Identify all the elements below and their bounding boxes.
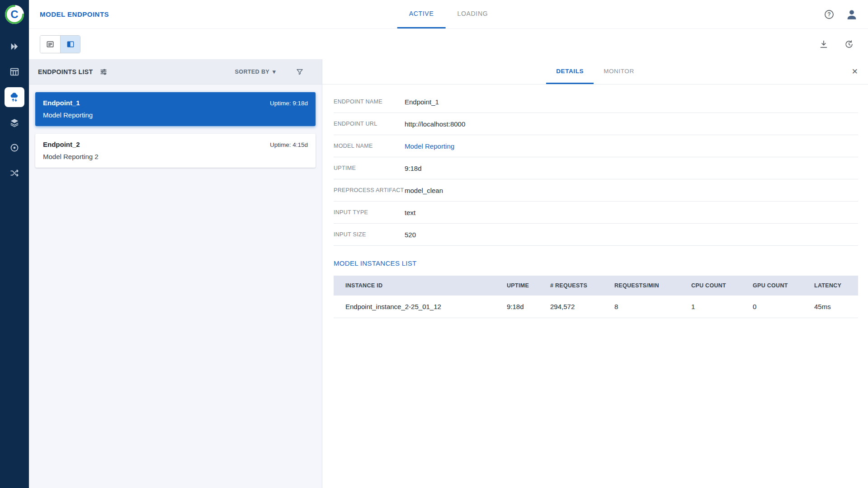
endpoint-model: Model Reporting 2 [43, 153, 308, 160]
help-icon: ? [824, 9, 835, 20]
cell-gpu-count: 0 [741, 296, 802, 318]
cell-cpu-count: 1 [679, 296, 741, 318]
download-button[interactable] [816, 37, 831, 52]
download-icon [819, 39, 829, 49]
details-panel: DETAILS MONITOR ✕ ENDPOINT NAME Endpoint… [322, 59, 868, 488]
main-area: MODEL ENDPOINTS ACTIVE LOADING ? [29, 0, 868, 488]
cell-requests-min: 8 [603, 296, 679, 318]
header-tabs: ACTIVE LOADING [397, 0, 500, 28]
cell-instance-id: Endpoint_instance_2-25_01_12 [334, 296, 495, 318]
field-label: ENDPOINT URL [334, 121, 405, 127]
layers-icon [9, 117, 19, 127]
cloud-endpoints-icon [9, 92, 20, 103]
field-value: 9:18d [405, 164, 858, 172]
toolbar-actions [816, 37, 856, 52]
model-name-link[interactable]: Model Reporting [405, 142, 858, 150]
field-row-uptime: UPTIME 9:18d [334, 157, 858, 179]
sidebar: C [0, 0, 29, 488]
field-value: 520 [405, 231, 858, 239]
sidebar-nav [0, 34, 29, 186]
app-logo[interactable]: C [5, 5, 24, 24]
sidebar-item-flows[interactable] [0, 160, 29, 186]
tab-details[interactable]: DETAILS [546, 59, 594, 84]
logo-icon: C [5, 5, 24, 24]
disc-icon [9, 143, 19, 153]
fast-forward-icon [9, 42, 19, 52]
col-cpu-count: CPU COUNT [679, 276, 741, 296]
field-row-model-name: MODEL NAME Model Reporting [334, 135, 858, 157]
page-title: MODEL ENDPOINTS [40, 10, 109, 18]
tab-monitor[interactable]: MONITOR [594, 59, 644, 84]
sidebar-item-projects[interactable] [0, 59, 29, 84]
list-view-icon [46, 40, 55, 49]
endpoints-list-header: ENDPOINTS LIST SORTED BY ▾ [29, 59, 322, 84]
field-label: MODEL NAME [334, 143, 405, 149]
field-value: model_clean [405, 187, 858, 194]
close-icon: ✕ [852, 67, 858, 76]
close-details-button[interactable]: ✕ [852, 59, 858, 84]
field-label: ENDPOINT NAME [334, 99, 405, 105]
sidebar-item-runs[interactable] [0, 34, 29, 59]
svg-text:?: ? [827, 11, 830, 18]
selected-nav-highlight [5, 87, 24, 107]
sidebar-item-model-endpoints[interactable] [0, 84, 29, 110]
field-value: text [405, 209, 858, 216]
view-mode-toggle [40, 35, 80, 53]
shuffle-icon [9, 168, 19, 178]
top-bar: MODEL ENDPOINTS ACTIVE LOADING ? [29, 0, 868, 29]
instances-header-row: INSTANCE ID UPTIME # REQUESTS REQUESTS/M… [334, 276, 858, 296]
endpoint-card-2[interactable]: Endpoint_2 Uptime: 4:15d Model Reporting… [35, 134, 316, 168]
history-icon [844, 39, 854, 49]
field-label: INPUT SIZE [334, 231, 405, 238]
split-view-icon [66, 40, 75, 49]
endpoints-list: Endpoint_1 Uptime: 9:18d Model Reporting… [29, 84, 322, 175]
sidebar-item-layers[interactable] [0, 110, 29, 135]
field-row-endpoint-name: ENDPOINT NAME Endpoint_1 [334, 91, 858, 113]
field-row-endpoint-url: ENDPOINT URL http://localhost:8000 [334, 113, 858, 135]
cell-latency: 45ms [802, 296, 858, 318]
filter-icon [296, 68, 304, 76]
tune-icon [99, 68, 108, 76]
endpoints-panel: ENDPOINTS LIST SORTED BY ▾ [29, 59, 322, 488]
col-latency: LATENCY [802, 276, 858, 296]
endpoint-uptime: Uptime: 4:15d [270, 141, 308, 148]
endpoints-list-title: ENDPOINTS LIST [38, 68, 93, 75]
cell-requests: 294,572 [538, 296, 603, 318]
model-instances-title: MODEL INSTANCES LIST [334, 259, 858, 267]
field-row-input-size: INPUT SIZE 520 [334, 224, 858, 246]
filter-button[interactable] [296, 68, 304, 76]
sorted-by-label: SORTED BY [235, 69, 270, 75]
field-row-preprocess-artifact: PREPROCESS ARTIFACT model_clean [334, 179, 858, 202]
content-area: ENDPOINTS LIST SORTED BY ▾ [29, 59, 868, 488]
details-header: DETAILS MONITOR ✕ [322, 59, 868, 84]
details-tabs: DETAILS MONITOR [546, 59, 644, 84]
endpoint-name: Endpoint_2 [43, 141, 80, 148]
cell-uptime: 9:18d [495, 296, 538, 318]
endpoint-name: Endpoint_1 [43, 99, 80, 107]
list-view-button[interactable] [40, 36, 60, 53]
model-instances-table: INSTANCE ID UPTIME # REQUESTS REQUESTS/M… [334, 276, 858, 318]
field-label: UPTIME [334, 165, 405, 171]
col-instance-id: INSTANCE ID [334, 276, 495, 296]
tab-active[interactable]: ACTIVE [397, 0, 446, 28]
col-requests-min: REQUESTS/MIN [603, 276, 679, 296]
chevron-down-icon: ▾ [273, 69, 276, 75]
top-bar-actions: ? [822, 7, 859, 22]
table-icon [9, 67, 19, 77]
endpoint-card-top: Endpoint_1 Uptime: 9:18d [43, 99, 308, 107]
sidebar-item-registry[interactable] [0, 135, 29, 160]
details-body: ENDPOINT NAME Endpoint_1 ENDPOINT URL ht… [322, 84, 868, 488]
help-button[interactable]: ? [822, 7, 836, 22]
tab-loading[interactable]: LOADING [445, 0, 500, 28]
instance-row[interactable]: Endpoint_instance_2-25_01_12 9:18d 294,5… [334, 296, 858, 318]
endpoint-uptime: Uptime: 9:18d [270, 100, 308, 107]
refresh-history-button[interactable] [842, 37, 856, 52]
app-window: C [0, 0, 868, 488]
user-avatar[interactable] [844, 7, 859, 22]
endpoint-card-1[interactable]: Endpoint_1 Uptime: 9:18d Model Reporting [35, 92, 316, 126]
person-icon [845, 8, 858, 21]
col-uptime: UPTIME [495, 276, 538, 296]
sorted-by-dropdown[interactable]: SORTED BY ▾ [235, 69, 276, 75]
tune-button[interactable] [99, 68, 108, 76]
split-view-button[interactable] [60, 36, 80, 53]
